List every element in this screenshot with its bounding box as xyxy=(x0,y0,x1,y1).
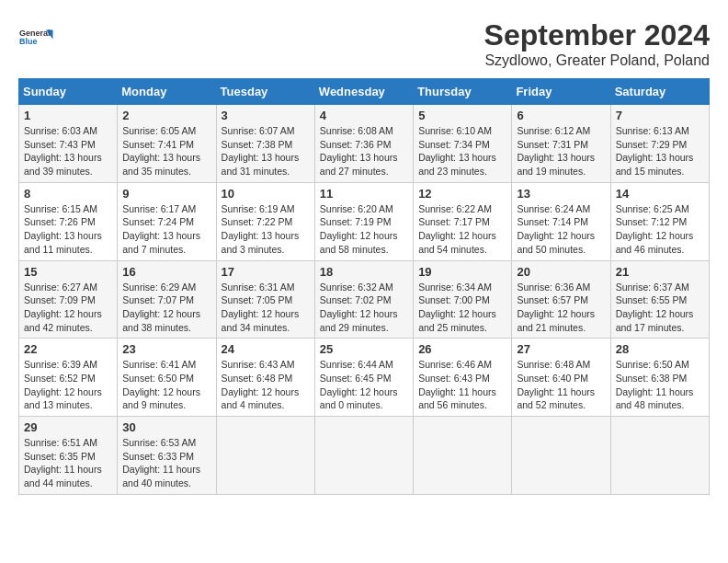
calendar-cell: 1Sunrise: 6:03 AMSunset: 7:43 PMDaylight… xyxy=(19,105,118,183)
logo: General Blue xyxy=(18,18,55,55)
calendar-cell: 9Sunrise: 6:17 AMSunset: 7:24 PMDaylight… xyxy=(118,182,216,260)
daylight-text: Daylight: 11 hours and 52 minutes. xyxy=(517,386,595,411)
calendar-cell xyxy=(610,417,709,495)
sunrise-text: Sunrise: 6:36 AM xyxy=(517,282,590,293)
sunset-text: Sunset: 7:41 PM xyxy=(122,139,194,150)
sunrise-text: Sunrise: 6:24 AM xyxy=(517,203,590,214)
sunset-text: Sunset: 7:22 PM xyxy=(222,216,293,227)
calendar-cell: 18Sunrise: 6:32 AMSunset: 7:02 PMDayligh… xyxy=(314,260,413,339)
sunset-text: Sunset: 6:50 PM xyxy=(122,373,194,384)
sunset-text: Sunset: 7:00 PM xyxy=(418,294,490,305)
sunset-text: Sunset: 7:05 PM xyxy=(222,294,293,305)
sunrise-text: Sunrise: 6:03 AM xyxy=(24,125,97,136)
calendar-cell: 27Sunrise: 6:48 AMSunset: 6:40 PMDayligh… xyxy=(512,339,610,417)
day-number: 28 xyxy=(616,342,704,356)
calendar-week-3: 15Sunrise: 6:27 AMSunset: 7:09 PMDayligh… xyxy=(19,260,710,339)
sunrise-text: Sunrise: 6:05 AM xyxy=(122,125,196,136)
calendar-table: Sunday Monday Tuesday Wednesday Thursday… xyxy=(18,78,710,495)
day-number: 19 xyxy=(418,265,506,279)
daylight-text: Daylight: 13 hours and 23 minutes. xyxy=(418,152,496,177)
day-number: 16 xyxy=(122,265,210,279)
day-number: 21 xyxy=(616,265,704,279)
calendar-cell: 25Sunrise: 6:44 AMSunset: 6:45 PMDayligh… xyxy=(314,339,413,417)
sunrise-text: Sunrise: 6:27 AM xyxy=(24,282,97,293)
day-number: 10 xyxy=(222,187,310,201)
day-info: Sunrise: 6:50 AMSunset: 6:38 PMDaylight:… xyxy=(616,358,704,412)
daylight-text: Daylight: 12 hours and 0 minutes. xyxy=(320,386,398,411)
sunrise-text: Sunrise: 6:15 AM xyxy=(24,203,97,214)
sunset-text: Sunset: 7:24 PM xyxy=(122,216,194,227)
daylight-text: Daylight: 12 hours and 21 minutes. xyxy=(517,308,595,333)
sunrise-text: Sunrise: 6:31 AM xyxy=(222,282,295,293)
sunset-text: Sunset: 7:29 PM xyxy=(616,139,688,150)
day-number: 17 xyxy=(222,265,310,279)
day-info: Sunrise: 6:36 AMSunset: 6:57 PMDaylight:… xyxy=(517,281,605,335)
col-wednesday: Wednesday xyxy=(314,79,413,105)
sunrise-text: Sunrise: 6:13 AM xyxy=(616,125,689,136)
day-number: 25 xyxy=(320,342,408,356)
sunrise-text: Sunrise: 6:19 AM xyxy=(222,203,295,214)
day-info: Sunrise: 6:17 AMSunset: 7:24 PMDaylight:… xyxy=(122,202,210,257)
day-info: Sunrise: 6:32 AMSunset: 7:02 PMDaylight:… xyxy=(320,281,408,335)
calendar-cell: 10Sunrise: 6:19 AMSunset: 7:22 PMDayligh… xyxy=(216,182,314,260)
daylight-text: Daylight: 13 hours and 27 minutes. xyxy=(320,152,398,177)
sunset-text: Sunset: 6:52 PM xyxy=(24,373,96,384)
daylight-text: Daylight: 13 hours and 35 minutes. xyxy=(122,152,200,177)
calendar-cell xyxy=(512,417,610,495)
sunset-text: Sunset: 6:38 PM xyxy=(616,373,688,384)
sunrise-text: Sunrise: 6:25 AM xyxy=(616,203,689,214)
sunset-text: Sunset: 7:38 PM xyxy=(222,139,293,150)
col-tuesday: Tuesday xyxy=(216,79,314,105)
day-info: Sunrise: 6:25 AMSunset: 7:12 PMDaylight:… xyxy=(616,202,704,257)
day-info: Sunrise: 6:41 AMSunset: 6:50 PMDaylight:… xyxy=(122,358,210,412)
day-info: Sunrise: 6:10 AMSunset: 7:34 PMDaylight:… xyxy=(418,124,506,178)
sunrise-text: Sunrise: 6:50 AM xyxy=(616,359,689,370)
svg-text:Blue: Blue xyxy=(19,37,38,46)
daylight-text: Daylight: 11 hours and 40 minutes. xyxy=(122,464,200,488)
daylight-text: Daylight: 13 hours and 3 minutes. xyxy=(222,230,300,255)
day-number: 30 xyxy=(122,420,210,434)
sunset-text: Sunset: 6:55 PM xyxy=(616,294,688,305)
day-number: 11 xyxy=(320,187,408,201)
location-subtitle: Szydlowo, Greater Poland, Poland xyxy=(484,52,710,69)
day-number: 6 xyxy=(517,109,605,122)
daylight-text: Daylight: 12 hours and 50 minutes. xyxy=(517,230,595,255)
day-info: Sunrise: 6:29 AMSunset: 7:07 PMDaylight:… xyxy=(122,281,210,335)
daylight-text: Daylight: 13 hours and 11 minutes. xyxy=(24,230,102,255)
day-number: 12 xyxy=(418,187,506,201)
sunrise-text: Sunrise: 6:08 AM xyxy=(320,125,393,136)
col-monday: Monday xyxy=(118,79,216,105)
daylight-text: Daylight: 11 hours and 56 minutes. xyxy=(418,386,496,411)
calendar-cell: 11Sunrise: 6:20 AMSunset: 7:19 PMDayligh… xyxy=(314,182,413,260)
day-info: Sunrise: 6:03 AMSunset: 7:43 PMDaylight:… xyxy=(24,124,112,178)
day-number: 2 xyxy=(122,109,210,122)
calendar-cell: 30Sunrise: 6:53 AMSunset: 6:33 PMDayligh… xyxy=(118,417,216,495)
day-info: Sunrise: 6:53 AMSunset: 6:33 PMDaylight:… xyxy=(122,436,210,490)
col-saturday: Saturday xyxy=(610,79,709,105)
sunrise-text: Sunrise: 6:48 AM xyxy=(517,359,590,370)
calendar-cell: 23Sunrise: 6:41 AMSunset: 6:50 PMDayligh… xyxy=(118,339,216,417)
calendar-cell: 20Sunrise: 6:36 AMSunset: 6:57 PMDayligh… xyxy=(512,260,610,339)
day-number: 9 xyxy=(122,187,210,201)
calendar-week-2: 8Sunrise: 6:15 AMSunset: 7:26 PMDaylight… xyxy=(19,182,710,260)
day-number: 27 xyxy=(517,342,605,356)
day-number: 5 xyxy=(418,109,506,122)
calendar-header-row: Sunday Monday Tuesday Wednesday Thursday… xyxy=(19,79,710,105)
calendar-cell: 26Sunrise: 6:46 AMSunset: 6:43 PMDayligh… xyxy=(414,339,512,417)
sunset-text: Sunset: 7:07 PM xyxy=(122,294,194,305)
day-info: Sunrise: 6:05 AMSunset: 7:41 PMDaylight:… xyxy=(122,124,210,178)
day-number: 23 xyxy=(122,342,210,356)
calendar-cell: 29Sunrise: 6:51 AMSunset: 6:35 PMDayligh… xyxy=(19,417,118,495)
sunset-text: Sunset: 6:35 PM xyxy=(24,451,96,462)
day-number: 1 xyxy=(24,109,112,122)
calendar-cell xyxy=(216,417,314,495)
daylight-text: Daylight: 13 hours and 31 minutes. xyxy=(222,152,300,177)
day-number: 13 xyxy=(517,187,605,201)
day-number: 8 xyxy=(24,187,112,201)
sunset-text: Sunset: 7:31 PM xyxy=(517,139,588,150)
day-number: 15 xyxy=(24,265,112,279)
calendar-cell: 12Sunrise: 6:22 AMSunset: 7:17 PMDayligh… xyxy=(414,182,512,260)
calendar-week-4: 22Sunrise: 6:39 AMSunset: 6:52 PMDayligh… xyxy=(19,339,710,417)
daylight-text: Daylight: 13 hours and 7 minutes. xyxy=(122,230,200,255)
sunset-text: Sunset: 6:33 PM xyxy=(122,451,194,462)
